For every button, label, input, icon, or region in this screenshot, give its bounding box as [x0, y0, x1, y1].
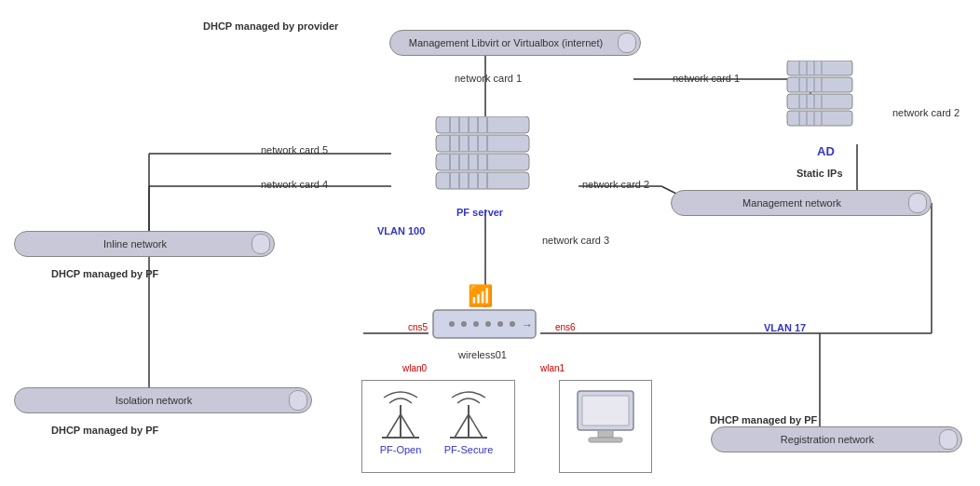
svg-point-68	[485, 321, 491, 327]
svg-text:→: →	[522, 318, 533, 331]
svg-point-67	[473, 321, 479, 327]
isolation-network-label: Isolation network	[116, 395, 211, 406]
vlan100-label: VLAN 100	[377, 225, 425, 236]
pf-server-icon	[417, 116, 557, 209]
inline-network-pill: Inline network	[14, 231, 275, 257]
registration-network-label: Registration network	[781, 434, 892, 445]
wlan1-label: wlan1	[540, 363, 565, 373]
wireless-towers-box	[361, 380, 515, 473]
dhcp-pf-inline-label: DHCP managed by PF	[51, 268, 158, 279]
wlan0-label: wlan0	[402, 363, 427, 373]
nc3-pf-label: network card 3	[542, 235, 609, 246]
dhcp-pf-isolation-label: DHCP managed by PF	[51, 425, 158, 436]
static-ips-label: Static IPs	[796, 168, 843, 179]
isolation-network-pill: Isolation network	[14, 387, 312, 413]
svg-rect-64	[433, 310, 536, 338]
management-libvirt-pill: Management Libvirt or Virtualbox (intern…	[389, 30, 641, 56]
nc1-top-label: network card 1	[455, 73, 522, 84]
nc2-ad-label: network card 2	[892, 107, 960, 118]
management-libvirt-label: Management Libvirt or Virtualbox (intern…	[409, 37, 621, 48]
network-diagram: DHCP managed by provider Management Libv…	[0, 0, 980, 486]
dhcp-pf-registration-label: DHCP managed by PF	[710, 414, 817, 425]
svg-point-69	[497, 321, 503, 327]
svg-rect-45	[787, 94, 852, 109]
wireless01-label: wireless01	[458, 349, 507, 360]
svg-point-65	[449, 321, 455, 327]
management-network-pill: Management network	[671, 190, 932, 216]
svg-point-66	[461, 321, 467, 327]
nc5-label: network card 5	[261, 144, 328, 155]
registration-network-pill: Registration network	[711, 426, 962, 452]
nc4-label: network card 4	[261, 179, 328, 190]
cns5-label: cns5	[408, 322, 428, 332]
ens6-label: ens6	[555, 322, 576, 332]
svg-text:📶: 📶	[468, 284, 494, 308]
ad-server-icon	[783, 61, 876, 144]
svg-rect-44	[787, 77, 852, 92]
inline-network-label: Inline network	[103, 238, 185, 250]
computer-box	[559, 380, 652, 473]
pf-server-label: PF server	[456, 207, 503, 218]
ad-label: AD	[817, 144, 835, 158]
nc2-pf-label: network card 2	[582, 179, 649, 190]
dhcp-provider-label: DHCP managed by provider	[203, 20, 338, 32]
management-network-label: Management network	[742, 197, 860, 209]
nc1-ad-label: network card 1	[673, 73, 740, 84]
svg-point-70	[510, 321, 515, 327]
svg-rect-43	[787, 61, 852, 75]
svg-rect-46	[787, 111, 852, 126]
vlan17-label: VLAN 17	[764, 322, 806, 333]
